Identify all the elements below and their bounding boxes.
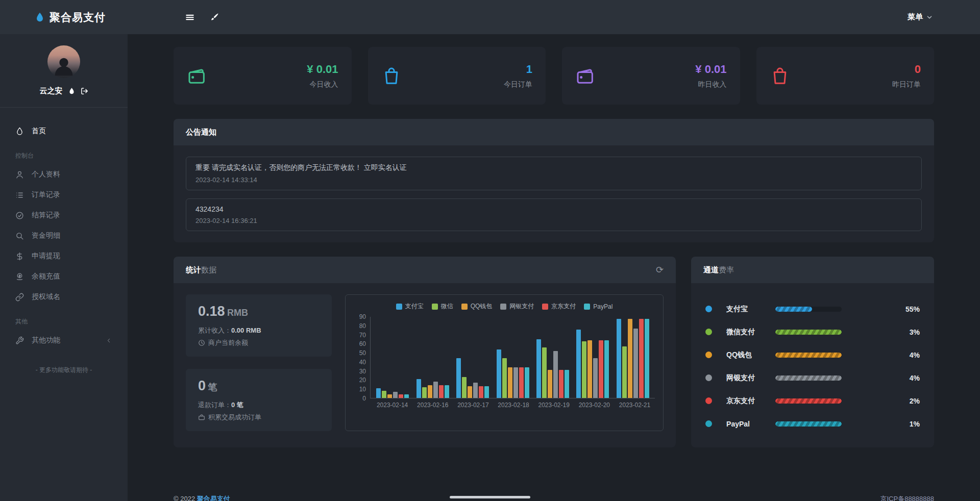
refund-stat-box: 0 笔 退款订单：0 笔 积累交易成功订单 [186,369,332,431]
channel-progress-fill [775,353,842,358]
statistics-title-strong: 统计 [186,265,201,275]
sidebar-item-link[interactable]: 授权域名 [15,287,112,307]
sidebar-item-dollar[interactable]: 申请提现 [15,246,112,266]
y-axis-tick: 40 [359,359,366,366]
sidebar-item-search[interactable]: 资金明细 [15,226,112,246]
user-icon [15,170,24,179]
chart-bar [433,382,438,398]
sidebar-item-list[interactable]: 订单记录 [15,185,112,205]
chart-bar [536,339,541,398]
channel-percent: 4% [910,374,920,382]
droplet-icon [15,127,24,136]
sidebar-item-home[interactable]: 首页 [15,121,112,141]
icp-number: 京ICP备88888888 [880,494,934,501]
check-circle-icon [15,211,24,220]
sidebar-menu: 首页控制台个人资料订单记录结算记录资金明细申请提现余额充值授权域名其他其他功能 [0,108,128,350]
wallet-icon [575,66,596,86]
channel-rate-row: 微信支付3% [705,320,920,343]
chart-bar [622,346,627,398]
sidebar-item-check-circle[interactable]: 结算记录 [15,205,112,226]
theme-brush-button[interactable] [209,12,219,22]
y-axis-tick: 70 [359,332,366,339]
sidebar-item-label: 个人资料 [32,170,60,179]
channel-progress-fill [775,307,812,312]
sidebar: 云之安 首页控制台个人资料订单记录结算记录资金明细申请提现余额充值授权域名其他其… [0,34,128,501]
legend-item[interactable]: 网银支付 [500,302,534,311]
channel-name: 网银支付 [726,373,775,383]
legend-label: 微信 [441,302,453,311]
bar-group [493,317,532,398]
dollar-icon [15,252,24,261]
clock-icon [198,339,205,346]
channel-progress-fill [775,330,842,335]
channel-dot [705,374,712,381]
announcement-text: 4324234 [195,205,912,213]
sidebar-item-label: 首页 [32,127,46,136]
sidebar-item-wrench[interactable]: 其他功能 [15,330,112,350]
announcement-item[interactable]: 43242342023-02-14 16:36:21 [186,198,922,231]
channel-percent: 3% [910,328,920,336]
channel-name: 支付宝 [726,305,775,314]
y-axis-tick: 30 [359,368,366,375]
footer-brand-link[interactable]: 聚合易支付 [197,495,230,501]
logout-icon[interactable] [81,87,88,95]
stat-card-value: ¥ 0.01 [695,63,726,76]
chart-bar [599,340,603,398]
channel-dot [705,420,712,427]
sidebar-item-label: 订单记录 [32,190,60,199]
sidebar-toggle-button[interactable] [185,12,195,22]
legend-item[interactable]: 微信 [432,302,453,311]
menu-dropdown[interactable]: 菜单 [908,12,933,22]
channel-rate-row: 网银支付4% [705,366,920,389]
chevron-down-icon [926,14,933,21]
announcement-date: 2023-02-14 14:33:14 [195,176,912,184]
y-axis-tick: 90 [359,313,366,320]
chart-bar [428,385,432,398]
refund-note: 积累交易成功订单 [208,413,261,422]
income-stat-box: 0.18 RMB 累计收入：0.00 RMB 商户当前余额 [186,294,332,357]
announcement-item[interactable]: 重要 请完成实名认证，否则您的商户无法正常收款！ 立即实名认证2023-02-1… [186,157,922,190]
legend-item[interactable]: 支付宝 [396,302,424,311]
legend-item[interactable]: 京东支付 [542,302,576,311]
legend-item[interactable]: PayPal [584,302,612,311]
brand[interactable]: 聚合易支付 [34,10,128,24]
chart-bar [502,358,507,398]
top-navbar: 聚合易支付 菜单 [0,0,980,34]
refresh-icon[interactable]: ⟳ [656,265,664,274]
channel-dot [705,306,712,312]
chart-bar [393,392,398,398]
channel-progress-fill [775,421,842,427]
bar-group [373,317,412,398]
chart-x-labels: 2023-02-142023-02-162023-02-172023-02-18… [372,402,655,409]
chart-bar [439,385,444,398]
stat-card-content: ¥ 0.01昨日收入 [695,63,726,89]
list-icon [15,191,24,199]
sidebar-item-user[interactable]: 个人资料 [15,164,112,185]
x-axis-label: 2023-02-19 [534,402,574,409]
chart-bar [387,394,392,398]
income-unit: RMB [227,308,248,318]
sidebar-item-coins[interactable]: 余额充值 [15,266,112,287]
chart-bar [576,330,581,398]
legend-swatch [461,304,468,310]
chart-bar [645,319,649,398]
stat-card: 1今日订单 [368,47,546,105]
channel-name: QQ钱包 [726,350,775,360]
legend-item[interactable]: QQ钱包 [461,302,493,311]
droplet-icon[interactable] [68,87,76,95]
chart-bar [508,367,512,398]
channel-progress-track [775,398,842,404]
horizontal-scrollbar[interactable] [450,496,530,498]
income-note: 商户当前余额 [208,338,248,347]
channel-rate-row: PayPal1% [705,412,920,435]
chart-bar [628,319,632,398]
legend-label: QQ钱包 [471,302,493,311]
y-axis-tick: 0 [362,395,366,402]
stat-card-label: 今日订单 [504,80,532,89]
chart-plot-area: 0102030405060708090 [354,317,655,398]
channel-progress-fill [775,375,842,381]
channel-percent: 4% [910,351,920,359]
avatar[interactable] [47,45,80,78]
statistics-title-muted: 数据 [201,265,216,275]
channel-percent: 2% [910,397,920,405]
